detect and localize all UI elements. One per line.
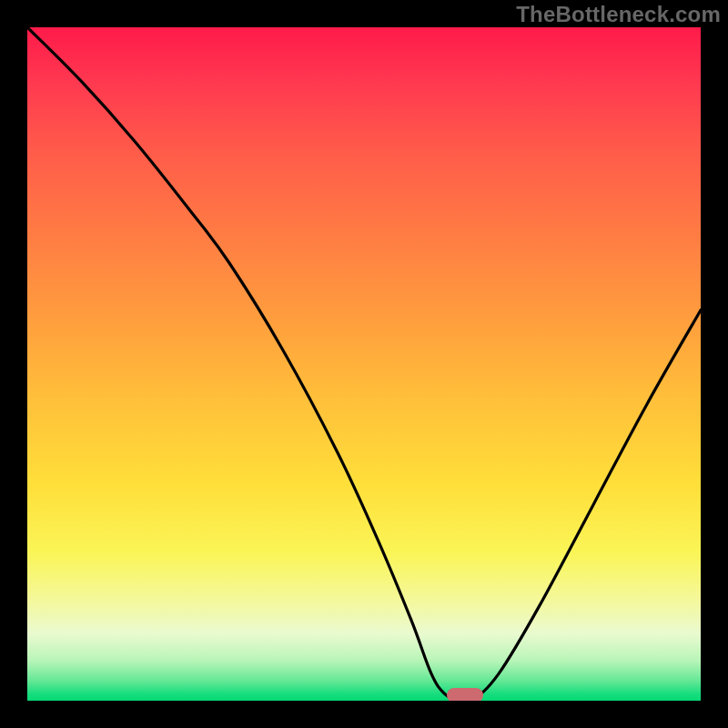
bottleneck-curve (27, 27, 701, 701)
watermark-text: TheBottleneck.com (516, 2, 721, 27)
chart-frame: TheBottleneck.com (0, 0, 728, 728)
plot-area (27, 27, 701, 701)
optimum-marker (447, 688, 483, 701)
